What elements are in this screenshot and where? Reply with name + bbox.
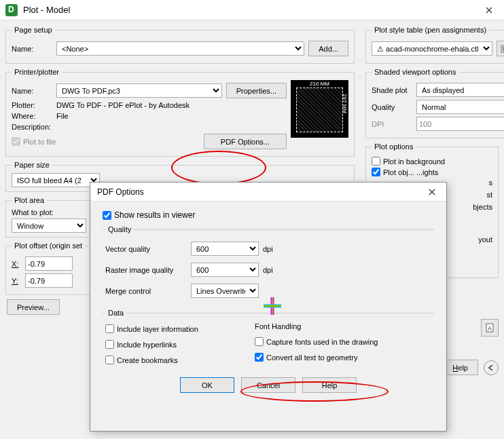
page-name-select[interactable]: <None> bbox=[56, 41, 304, 56]
raster-dpi-label: dpi bbox=[263, 266, 273, 274]
titlebar: Plot - Model bbox=[0, 0, 504, 20]
where-label: Where: bbox=[12, 112, 52, 120]
cancel-button[interactable]: Cancel bbox=[241, 377, 295, 393]
convert-text-check[interactable]: Convert all text to geometry bbox=[255, 353, 431, 362]
paper-preview: 210 MM 297 MM bbox=[291, 80, 348, 138]
plot-to-file-check: Plot to file bbox=[12, 137, 56, 146]
preview-height-label: 297 MM bbox=[342, 94, 348, 113]
plotter-value: DWG To PDF - PDF ePlot - by Autodesk bbox=[56, 101, 190, 109]
data-legend: Data bbox=[105, 309, 126, 317]
paper-size-legend: Paper size bbox=[12, 161, 52, 169]
quality-select[interactable]: Normal bbox=[416, 100, 504, 114]
page-setup-group: Page setup Name: <None> Add... bbox=[5, 26, 355, 64]
close-button[interactable] bbox=[475, 0, 503, 20]
quality-label: Quality bbox=[372, 103, 412, 111]
what-to-plot-select[interactable]: Window bbox=[12, 218, 86, 233]
shaded-legend: Shaded viewport options bbox=[372, 68, 458, 76]
close-icon bbox=[486, 7, 492, 14]
expand-button[interactable] bbox=[484, 360, 499, 375]
modal-help-button[interactable]: Help bbox=[302, 377, 357, 393]
shade-plot-select[interactable]: As displayed bbox=[416, 83, 504, 97]
printer-name-select[interactable]: DWG To PDF.pc3 bbox=[56, 83, 222, 98]
vector-quality-select[interactable]: 600 bbox=[191, 242, 259, 256]
plot-lw-check[interactable]: Plot obj... ...ights bbox=[372, 168, 492, 176]
plotter-label: Plotter: bbox=[12, 101, 52, 109]
where-value: File bbox=[56, 112, 69, 120]
modal-title: PDF Options bbox=[97, 187, 420, 197]
app-logo bbox=[5, 4, 18, 16]
paper-size-select[interactable]: ISO full bleed A4 (2 bbox=[12, 173, 100, 187]
plot-style-edit-button[interactable] bbox=[497, 41, 504, 56]
plot-area-legend: Plot area bbox=[12, 196, 47, 204]
plot-offset-legend: Plot offset (origin set bbox=[12, 242, 85, 250]
plot-to-file-checkbox bbox=[12, 137, 20, 146]
y-input[interactable] bbox=[25, 273, 73, 288]
plot-bg-check[interactable]: Plot in background bbox=[372, 157, 492, 166]
merge-control-select[interactable]: Lines Overwrite bbox=[191, 284, 259, 298]
orientation-button[interactable]: A bbox=[481, 319, 499, 337]
plot-options-legend: Plot options bbox=[372, 142, 416, 151]
printer-name-label: Name: bbox=[12, 87, 52, 95]
shaded-group: Shaded viewport options Shade plot As di… bbox=[365, 68, 504, 138]
help-button[interactable]: HHelpelp bbox=[442, 360, 478, 375]
add-button[interactable]: Add... bbox=[308, 41, 348, 56]
page-setup-legend: Page setup bbox=[12, 26, 55, 34]
raster-quality-label: Raster image quality bbox=[105, 266, 187, 274]
properties-button[interactable]: Properties... bbox=[226, 83, 287, 98]
printer-legend: Printer/plotter bbox=[12, 68, 62, 76]
chevron-left-icon bbox=[488, 365, 494, 370]
quality-legend: Quality bbox=[105, 225, 134, 233]
plot-style-select[interactable]: ⚠ acad-monochrome-ehala.ctl bbox=[372, 41, 492, 56]
shade-plot-label: Shade plot bbox=[372, 86, 412, 94]
font-handling-label: Font Handling bbox=[255, 322, 431, 330]
modal-close-button[interactable] bbox=[420, 183, 444, 202]
pdf-options-dialog: PDF Options Show results in viewer Quali… bbox=[90, 182, 447, 432]
include-layer-check[interactable]: Include layer information bbox=[105, 324, 241, 333]
x-label: X: bbox=[12, 260, 21, 268]
y-label: Y: bbox=[12, 277, 21, 285]
desc-label: Description: bbox=[12, 123, 69, 131]
raster-quality-select[interactable]: 600 bbox=[191, 263, 259, 277]
merge-control-label: Merge control bbox=[105, 287, 187, 295]
dpi-label: DPI bbox=[372, 120, 412, 128]
include-links-check[interactable]: Include hyperlinks bbox=[105, 340, 241, 349]
create-bookmarks-check[interactable]: Create bookmarks bbox=[105, 356, 241, 364]
vector-dpi-label: dpi bbox=[263, 245, 273, 253]
pdf-options-button[interactable]: PDF Options... bbox=[204, 134, 287, 149]
plot-style-group: Plot style table (pen assignments) ⚠ aca… bbox=[365, 26, 504, 64]
preview-width-label: 210 MM bbox=[291, 81, 348, 87]
plot-style-legend: Plot style table (pen assignments) bbox=[372, 26, 489, 34]
preview-button[interactable]: Preview... bbox=[7, 299, 60, 315]
show-results-check[interactable]: Show results in viewer bbox=[103, 210, 434, 220]
printer-group: Printer/plotter Name: DWG To PDF.pc3 Pro… bbox=[5, 68, 355, 157]
vector-quality-label: Vector quality bbox=[105, 245, 187, 253]
capture-fonts-check[interactable]: Capture fonts used in the drawing bbox=[255, 337, 431, 346]
page-name-label: Name: bbox=[12, 45, 52, 53]
close-icon bbox=[429, 189, 435, 195]
dpi-input bbox=[416, 117, 504, 131]
window-title: Plot - Model bbox=[23, 5, 475, 15]
portrait-icon: A bbox=[485, 323, 494, 332]
ok-button[interactable]: OK bbox=[180, 377, 234, 393]
svg-text:A: A bbox=[488, 325, 492, 332]
x-input[interactable] bbox=[25, 256, 73, 271]
edit-icon bbox=[501, 45, 504, 53]
